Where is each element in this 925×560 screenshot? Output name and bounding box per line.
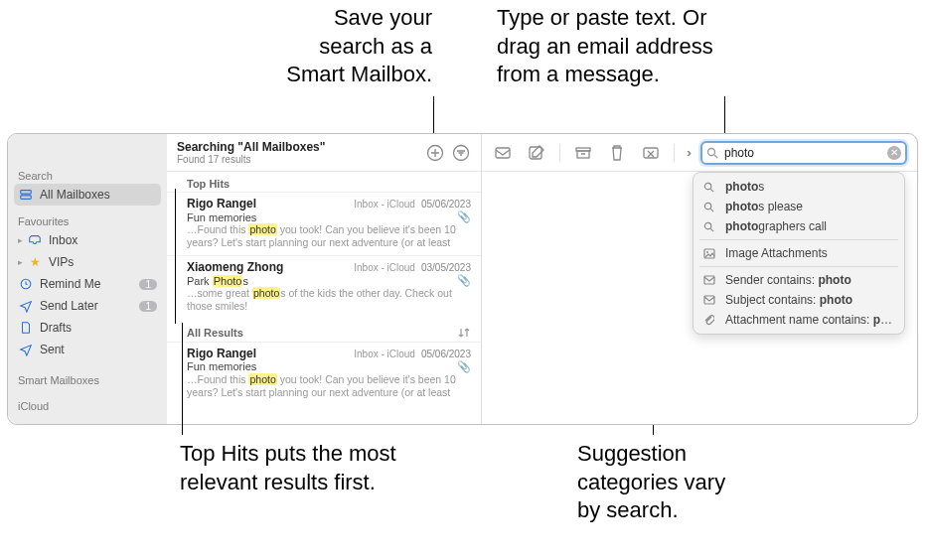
sort-icon[interactable] xyxy=(457,326,471,340)
junk-button[interactable] xyxy=(640,142,662,164)
overflow-button[interactable]: ›› xyxy=(687,146,689,160)
mark-read-button[interactable] xyxy=(492,142,514,164)
callout-suggestion: Suggestion categories vary by search. xyxy=(577,440,875,525)
suggestion-item[interactable]: photos xyxy=(694,177,904,197)
archive-button[interactable] xyxy=(572,142,594,164)
message-date: 05/06/2023 xyxy=(421,199,471,210)
all-mailboxes-icon xyxy=(18,187,34,203)
top-hits-bracket xyxy=(175,189,176,324)
suggestion-text: photographers call xyxy=(725,219,894,233)
message-date: 05/06/2023 xyxy=(421,349,471,359)
svg-rect-17 xyxy=(704,296,714,304)
message-list-header: Searching "All Mailboxes" Found 17 resul… xyxy=(167,134,481,172)
compose-button[interactable] xyxy=(526,142,547,164)
svg-rect-9 xyxy=(644,148,658,158)
message-list: Searching "All Mailboxes" Found 17 resul… xyxy=(167,134,482,424)
sidebar-item-send-later[interactable]: Send Later 1 xyxy=(8,295,167,317)
message-sender: Xiaomeng Zhong xyxy=(187,260,348,274)
all-results-section: All Results xyxy=(167,320,481,342)
suggestion-item[interactable]: Subject contains: photo xyxy=(694,290,904,310)
message-row[interactable]: Rigo Rangel Inbox - iCloud 05/06/2023 Fu… xyxy=(167,342,481,405)
filter-button[interactable] xyxy=(451,143,471,163)
search-scope-title: Searching "All Mailboxes" xyxy=(177,140,419,154)
suggestion-item[interactable]: photos please xyxy=(694,197,904,216)
clock-icon xyxy=(18,276,34,292)
search-input[interactable] xyxy=(722,145,883,161)
toolbar: ›› ✕ xyxy=(482,134,917,172)
sidebar: Search All Mailboxes Favourites ▸ Inbox … xyxy=(8,134,167,424)
badge-count: 1 xyxy=(139,301,157,312)
sidebar-item-label: Send Later xyxy=(40,299,133,313)
message-mailbox: Inbox - iCloud xyxy=(354,199,415,210)
sidebar-item-label: Drafts xyxy=(40,321,157,335)
image-icon xyxy=(703,248,717,259)
sidebar-item-sent[interactable]: Sent xyxy=(8,339,167,360)
message-preview: …Found this photo you took! Can you beli… xyxy=(187,223,471,249)
message-mailbox: Inbox - iCloud xyxy=(354,262,415,273)
suggestion-text: Subject contains: photo xyxy=(725,293,894,307)
envelope-icon xyxy=(703,275,717,285)
sidebar-heading-search: Search xyxy=(8,166,167,184)
send-later-icon xyxy=(18,298,34,314)
svg-point-10 xyxy=(708,148,715,155)
sidebar-heading-favourites: Favourites xyxy=(8,211,167,229)
search-icon xyxy=(703,182,717,193)
search-field[interactable]: ✕ xyxy=(700,141,907,165)
svg-rect-1 xyxy=(21,196,32,200)
svg-rect-0 xyxy=(21,191,32,195)
message-sender: Rigo Rangel xyxy=(187,347,348,360)
badge-count: 1 xyxy=(139,279,157,290)
message-subject: Fun memories xyxy=(187,211,453,223)
search-icon xyxy=(706,147,718,159)
paperclip-icon xyxy=(703,314,717,326)
search-result-count: Found 17 results xyxy=(177,154,419,165)
svg-point-11 xyxy=(704,183,710,189)
svg-point-15 xyxy=(706,251,708,253)
attachment-icon: 📎 xyxy=(457,274,471,287)
svg-rect-5 xyxy=(496,148,510,158)
attachment-icon: 📎 xyxy=(457,210,471,223)
envelope-icon xyxy=(703,295,717,305)
inbox-icon xyxy=(27,232,43,248)
sidebar-item-label: Sent xyxy=(40,343,157,356)
suggestion-text: Sender contains: photo xyxy=(725,273,894,287)
sidebar-item-vips[interactable]: ▸ ★ VIPs xyxy=(8,251,167,273)
sidebar-item-remind-me[interactable]: Remind Me 1 xyxy=(8,273,167,295)
sidebar-item-label: VIPs xyxy=(49,255,157,269)
message-preview: …some great photos of the kids the other… xyxy=(187,287,471,313)
suggestion-item[interactable]: Sender contains: photo xyxy=(694,270,904,290)
search-icon xyxy=(703,221,717,232)
callout-search-hint: Type or paste text. Or drag an email add… xyxy=(497,4,894,89)
disclosure-icon: ▸ xyxy=(18,257,23,267)
suggestion-text: Attachment name contains: photo xyxy=(725,313,894,327)
suggestion-item[interactable]: photographers call xyxy=(694,216,904,236)
search-suggestions: photos photos please photographers call … xyxy=(693,172,905,335)
svg-rect-16 xyxy=(704,276,714,284)
document-icon xyxy=(18,320,34,336)
callout-top-hits: Top Hits puts the most relevant results … xyxy=(180,440,498,496)
sent-icon xyxy=(18,342,34,357)
disclosure-icon: ▸ xyxy=(18,235,23,245)
suggestion-item[interactable]: Attachment name contains: photo xyxy=(694,310,904,330)
svg-point-13 xyxy=(704,222,710,228)
message-preview: …Found this photo you took! Can you beli… xyxy=(187,373,471,399)
preview-pane: ›› ✕ photos photos please xyxy=(482,134,917,424)
callout-smart-mailbox: Save your search as a Smart Mailbox. xyxy=(174,4,432,89)
message-subject: Fun memories xyxy=(187,360,453,372)
suggestion-item[interactable]: Image Attachments xyxy=(694,243,904,263)
message-row[interactable]: Rigo Rangel Inbox - iCloud 05/06/2023 Fu… xyxy=(167,192,481,255)
message-date: 03/05/2023 xyxy=(421,262,471,273)
top-hits-section: Top Hits xyxy=(167,172,481,192)
search-icon xyxy=(703,202,717,212)
sidebar-item-all-mailboxes[interactable]: All Mailboxes xyxy=(14,184,161,206)
save-smart-mailbox-button[interactable] xyxy=(425,143,445,163)
clear-search-button[interactable]: ✕ xyxy=(887,146,901,160)
suggestion-text: photos please xyxy=(725,200,894,213)
delete-button[interactable] xyxy=(606,142,628,164)
sidebar-item-inbox[interactable]: ▸ Inbox xyxy=(8,229,167,251)
message-row[interactable]: Xiaomeng Zhong Inbox - iCloud 03/05/2023… xyxy=(167,255,481,319)
message-subject: Park Photos xyxy=(187,275,453,287)
sidebar-item-drafts[interactable]: Drafts xyxy=(8,317,167,339)
mail-window: Search All Mailboxes Favourites ▸ Inbox … xyxy=(7,133,918,425)
star-icon: ★ xyxy=(27,254,43,270)
